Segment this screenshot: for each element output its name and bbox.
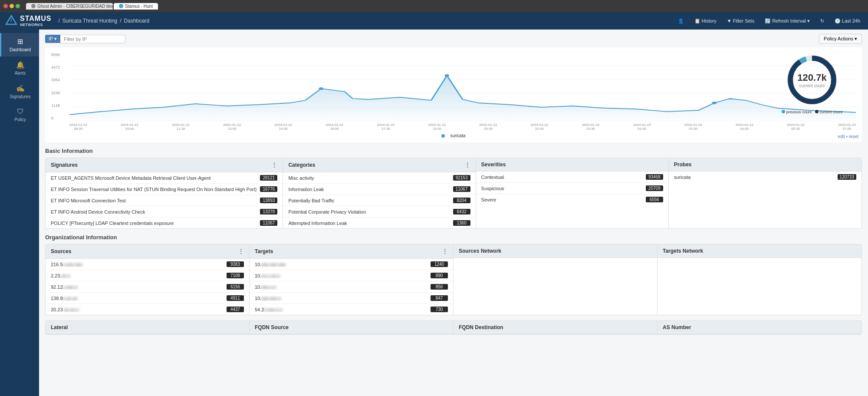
- sources-menu[interactable]: ⋮: [238, 248, 244, 255]
- y-label-2236: 2236: [51, 91, 68, 95]
- donut-sub: current count: [797, 83, 826, 88]
- signatures-row-4: POLICY [PTsecurity] LDAP Cleartext crede…: [46, 218, 283, 228]
- refresh-btn[interactable]: ↻: [818, 17, 827, 25]
- signatures-header: Signatures ⋮: [46, 158, 283, 172]
- bottom-grid: Lateral FQDN Source FQDN Destination AS …: [45, 320, 862, 335]
- logo-icon: [5, 15, 17, 27]
- sidebar-item-dashboard[interactable]: ⊞ Dashboard: [0, 33, 39, 56]
- tab-favicon-active: [119, 4, 123, 8]
- sources-network-panel: Sources Network: [454, 244, 658, 315]
- probes-header: Probes: [669, 158, 861, 172]
- as-number-header: AS Number: [658, 321, 861, 334]
- sources-row-0: 216.5x.xxx.xxx 9383: [46, 259, 249, 270]
- chart-area: 5590 4472 3354 2236 1118 0: [51, 52, 856, 121]
- nav-actions: 👤 📋 History ▼ Filter Sets 🔄 Refresh Inte…: [675, 17, 863, 25]
- sidebar-item-alerts[interactable]: 🔔 Alerts: [0, 56, 39, 80]
- categories-row-1: Information Leak 11067: [283, 184, 475, 195]
- logo-text: STAMUS: [20, 15, 51, 23]
- org-info-title: Organizational Information: [45, 234, 862, 241]
- close-window-btn[interactable]: [3, 4, 8, 8]
- targets-row-4: 54.2x.xxx.x.x 730: [250, 304, 453, 315]
- svg-point-8: [319, 87, 323, 90]
- targets-row-1: 10.xx.x.xx.x 890: [250, 270, 453, 281]
- breadcrumb-dashboard: Dashboard: [124, 18, 150, 24]
- donut-legend: previous count current count: [782, 110, 842, 114]
- signatures-row-0: ET USER_AGENTS Microsoft Device Metadata…: [46, 172, 283, 184]
- sources-panel: Sources ⋮ 216.5x.xxx.xxx 9383 2.23.xx.x …: [46, 244, 250, 315]
- history-btn[interactable]: 📋 History: [692, 17, 719, 25]
- basic-info-grid: Signatures ⋮ ET USER_AGENTS Microsoft De…: [45, 158, 862, 229]
- donut-chart: 120.7k current count previous count curr…: [779, 52, 845, 114]
- targets-panel: Targets ⋮ 10.xxx.xxx.xxx 1240 10.xx.x.xx…: [250, 244, 454, 315]
- categories-row-0: Misc activity 92153: [283, 172, 475, 184]
- y-label-5590: 5590: [51, 53, 68, 57]
- ip-filter-input[interactable]: [60, 35, 125, 43]
- policy-icon: 🛡: [17, 108, 24, 116]
- sources-header: Sources ⋮: [46, 244, 249, 259]
- chart-legend: suricata: [51, 133, 856, 138]
- minimize-window-btn[interactable]: [10, 4, 14, 8]
- categories-row-4: Attempted Information Leak 1360: [283, 218, 475, 228]
- breadcrumb-sep-1: /: [120, 18, 121, 24]
- targets-row-0: 10.xxx.xxx.xxx 1240: [250, 259, 453, 270]
- ip-filter-badge[interactable]: IP ▾: [45, 35, 60, 43]
- filter-sets-btn[interactable]: ▼ Filter Sets: [724, 17, 757, 25]
- x-label-11: 2024-01-23 01:00: [633, 123, 651, 131]
- signatures-icon: ✍: [16, 84, 25, 92]
- severities-header: Severities: [476, 158, 668, 172]
- window-controls[interactable]: [3, 4, 20, 8]
- signatures-panel: Signatures ⋮ ET USER_AGENTS Microsoft De…: [46, 158, 283, 228]
- curr-count-dot: [815, 110, 819, 113]
- donut-label: 120.7k current count: [797, 72, 826, 88]
- sources-row-3: 138.9x.xx.xx 4911: [46, 293, 249, 304]
- sidebar-item-signatures[interactable]: ✍ Signatures: [0, 80, 39, 103]
- sources-row-1: 2.23.xx.x 7108: [46, 270, 249, 281]
- categories-menu[interactable]: ⋮: [464, 162, 470, 168]
- legend-suricata-label: suricata: [450, 133, 465, 138]
- refresh-interval-btn[interactable]: 🔄 Refresh Interval ▾: [762, 17, 812, 25]
- severities-row-1: Suspicious 20709: [476, 183, 668, 194]
- line-chart-svg: [69, 52, 856, 121]
- chart-container: 5590 4472 3354 2236 1118 0: [45, 47, 862, 142]
- browser-tab-ghost[interactable]: Ghost Admin - CIBERSEGURIDAD blog: [26, 3, 113, 10]
- x-label-3: 2024-01-22 13:00: [223, 123, 241, 131]
- last-24h-btn[interactable]: 🕐 Last 24h: [832, 17, 863, 25]
- targets-network-header: Targets Network: [658, 244, 861, 258]
- x-label-13: 2024-01-23 04:00: [736, 123, 753, 131]
- signatures-row-1: ET INFO Session Traversal Utilities for …: [46, 184, 283, 195]
- edit-reset-link[interactable]: edit • reset: [838, 134, 858, 139]
- fqdn-source-header: FQDN Source: [250, 321, 453, 334]
- prev-count-dot: [782, 110, 785, 113]
- maximize-window-btn[interactable]: [16, 4, 20, 8]
- x-label-9: 2024-01-22 22:00: [531, 123, 549, 131]
- x-label-5: 2024-01-22 16:00: [326, 123, 343, 131]
- sources-row-4: 20.23.xx.xx.x 4437: [46, 304, 249, 315]
- fqdn-source-panel: FQDN Source: [250, 321, 454, 334]
- breadcrumb-sep-0: /: [58, 18, 59, 24]
- breadcrumb-threat-hunting[interactable]: Suricata Threat Hunting: [62, 18, 118, 24]
- breadcrumb: / Suricata Threat Hunting / Dashboard: [58, 18, 149, 24]
- categories-header: Categories ⋮: [283, 158, 475, 172]
- org-info-grid: Sources ⋮ 216.5x.xxx.xxx 9383 2.23.xx.x …: [45, 244, 862, 315]
- signatures-menu[interactable]: ⋮: [271, 162, 277, 168]
- main-content: IP ▾ Policy Actions ▾ 5590 4472 3354 223…: [39, 30, 868, 396]
- policy-actions-button[interactable]: Policy Actions ▾: [819, 34, 862, 44]
- as-number-panel: AS Number: [658, 321, 861, 334]
- app-layout: ⊞ Dashboard 🔔 Alerts ✍ Signatures 🛡 Poli…: [0, 30, 868, 396]
- dashboard-icon: ⊞: [17, 37, 23, 46]
- targets-row-2: 10.xxx.x.x 856: [250, 281, 453, 293]
- targets-menu[interactable]: ⋮: [442, 248, 448, 255]
- x-label-7: 2024-01-22 19:00: [428, 123, 446, 131]
- browser-tab-stamus[interactable]: Stamus - Hunt: [114, 3, 158, 10]
- categories-row-3: Potential Corporate Privacy Violation 64…: [283, 206, 475, 218]
- ip-filter: IP ▾: [45, 35, 125, 43]
- categories-panel: Categories ⋮ Misc activity 92153 Informa…: [283, 158, 476, 228]
- x-label-8: 2024-01-22 20:30: [480, 123, 497, 131]
- user-icon-btn[interactable]: 👤: [675, 17, 687, 25]
- sidebar-item-policy[interactable]: 🛡 Policy: [0, 103, 39, 126]
- sidebar: ⊞ Dashboard 🔔 Alerts ✍ Signatures 🛡 Poli…: [0, 30, 39, 396]
- x-label-0: 2024-01-22 08:30: [69, 123, 87, 131]
- x-axis: 2024-01-22 08:30 2024-01-22 10:00 2024-0…: [69, 123, 856, 131]
- probes-panel: Probes suricata 120733: [669, 158, 861, 228]
- fqdn-dest-panel: FQDN Destination: [454, 321, 658, 334]
